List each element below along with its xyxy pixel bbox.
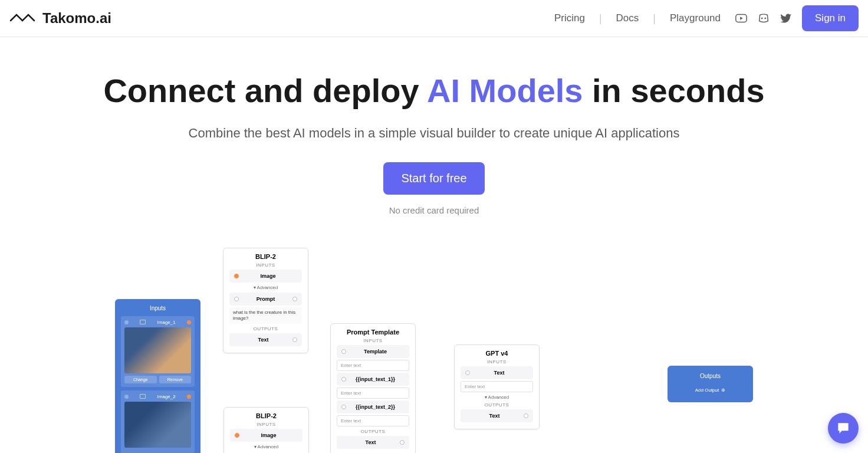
brand-logo[interactable]: Takomo.ai xyxy=(9,10,111,27)
port-dot-in[interactable] xyxy=(234,297,239,301)
inputs-panel[interactable]: Inputs Image_1 Change Remove Image_2 xyxy=(115,299,200,453)
nav-pricing[interactable]: Pricing xyxy=(550,12,590,24)
input-item[interactable]: Image_1 Change Remove xyxy=(121,316,195,387)
start-free-button[interactable]: Start for free xyxy=(383,162,484,195)
nav-separator: | xyxy=(653,12,656,25)
port-dot-in[interactable] xyxy=(341,377,346,382)
port-dot-out[interactable] xyxy=(400,440,405,445)
port-dot-in[interactable] xyxy=(341,349,346,354)
hero-subtitle: Combine the best AI models in a simple v… xyxy=(0,126,868,141)
field-text-out[interactable]: Text xyxy=(461,409,533,422)
node-gpt-v4[interactable]: GPT v4 INPUTS Text Enter text ▾ Advanced… xyxy=(454,344,540,429)
node-blip2-2[interactable]: BLIP-2 INPUTS Image ▾ Advanced OUTPUTS xyxy=(223,407,309,453)
inputs-panel-title: Inputs xyxy=(121,305,195,311)
chat-widget-button[interactable] xyxy=(828,413,859,444)
section-label: OUTPUTS xyxy=(229,326,302,331)
field-text-out[interactable]: Text xyxy=(229,333,302,346)
field-label: Image xyxy=(239,432,298,438)
port-dot xyxy=(124,395,129,399)
port-dot-out[interactable] xyxy=(524,413,528,418)
field-label: Image xyxy=(239,273,297,279)
prompt-textarea[interactable]: what is the the creature in this image? xyxy=(229,307,302,324)
outputs-panel-title: Outputs xyxy=(673,373,747,379)
input-item-name: Image_2 xyxy=(157,394,176,399)
section-label: INPUTS xyxy=(337,338,409,343)
field-label: Prompt xyxy=(239,296,292,302)
field-label: {{input_text_1}} xyxy=(346,376,405,382)
hero-title-post: in seconds xyxy=(583,72,765,109)
nav-separator: | xyxy=(599,12,602,25)
twitter-icon[interactable] xyxy=(780,12,793,25)
field-image[interactable]: Image xyxy=(229,270,302,283)
logo-mark xyxy=(9,12,38,24)
advanced-toggle[interactable]: ▾ Advanced xyxy=(229,285,302,290)
field-input-text-1[interactable]: {{input_text_1}} xyxy=(337,373,409,386)
port-dot-out[interactable] xyxy=(187,320,191,324)
port-dot-out[interactable] xyxy=(187,395,191,399)
main-nav: Pricing | Docs | Playground Sign in xyxy=(550,5,859,31)
hero-title-pre: Connect and deploy xyxy=(103,72,427,109)
nav-playground[interactable]: Playground xyxy=(665,12,725,24)
port-dot-out[interactable] xyxy=(292,337,297,342)
image-thumbnail[interactable] xyxy=(124,327,191,373)
field-label: Text xyxy=(465,413,524,419)
brand-name: Takomo.ai xyxy=(42,10,111,27)
input-item-name: Image_1 xyxy=(157,320,176,325)
field-label: Template xyxy=(346,349,405,354)
field-text-in[interactable]: Text xyxy=(461,366,533,379)
text-input[interactable]: Enter text xyxy=(337,415,409,426)
section-label: INPUTS xyxy=(461,359,533,365)
node-title: BLIP-2 xyxy=(229,253,302,260)
hero-section: Connect and deploy AI Models in seconds … xyxy=(0,37,868,215)
text-input[interactable]: Enter text xyxy=(461,381,533,392)
add-output-label: Add Output xyxy=(695,388,719,393)
field-template[interactable]: Template xyxy=(337,345,409,358)
input-item[interactable]: Image_2 xyxy=(121,390,195,453)
text-input[interactable]: Enter text xyxy=(337,360,409,371)
field-label: Text xyxy=(341,439,400,445)
cta-note: No credit card required xyxy=(0,205,868,215)
plus-icon: ⊕ xyxy=(721,388,725,393)
node-blip2-1[interactable]: BLIP-2 INPUTS Image ▾ Advanced Prompt wh… xyxy=(223,248,308,354)
text-input[interactable]: Enter text xyxy=(337,388,409,399)
hero-title-accent: AI Models xyxy=(427,72,583,109)
signin-button[interactable]: Sign in xyxy=(802,5,859,31)
section-label: INPUTS xyxy=(229,262,302,268)
field-image[interactable]: Image xyxy=(230,429,303,442)
advanced-toggle[interactable]: ▾ Advanced xyxy=(461,395,533,400)
node-prompt-template[interactable]: Prompt Template INPUTS Template Enter te… xyxy=(330,323,416,453)
section-label: OUTPUTS xyxy=(461,402,533,408)
change-button[interactable]: Change xyxy=(124,376,157,383)
header: Takomo.ai Pricing | Docs | Playground Si… xyxy=(0,0,868,37)
image-icon xyxy=(140,394,146,399)
port-dot-in[interactable] xyxy=(235,433,239,438)
port-dot xyxy=(124,320,129,324)
port-dot-in[interactable] xyxy=(465,370,470,375)
port-dot-in[interactable] xyxy=(341,405,346,409)
section-label: INPUTS xyxy=(230,422,303,427)
field-label: Text xyxy=(234,337,292,343)
add-output-button[interactable]: Add Output ⊕ xyxy=(673,388,747,393)
node-title: Prompt Template xyxy=(337,329,409,336)
discord-icon[interactable] xyxy=(757,12,770,25)
hero-title: Connect and deploy AI Models in seconds xyxy=(0,73,868,109)
remove-button[interactable]: Remove xyxy=(159,376,192,383)
node-title: GPT v4 xyxy=(461,350,533,357)
svg-point-1 xyxy=(761,18,763,19)
field-input-text-2[interactable]: {{input_text_2}} xyxy=(337,401,409,413)
info-icon[interactable] xyxy=(292,297,297,301)
youtube-icon[interactable] xyxy=(735,12,748,25)
field-text-out[interactable]: Text xyxy=(337,436,409,449)
section-label: OUTPUTS xyxy=(337,429,409,434)
nav-docs[interactable]: Docs xyxy=(611,12,644,24)
field-prompt[interactable]: Prompt xyxy=(229,293,302,306)
port-dot-in[interactable] xyxy=(234,274,239,278)
image-icon xyxy=(140,320,146,324)
image-thumbnail[interactable] xyxy=(124,402,191,448)
field-label: {{input_text_2}} xyxy=(346,404,405,410)
advanced-toggle[interactable]: ▾ Advanced xyxy=(230,444,303,449)
outputs-panel[interactable]: Outputs Add Output ⊕ xyxy=(668,366,753,402)
builder-canvas: Inputs Image_1 Change Remove Image_2 xyxy=(0,233,868,453)
chat-icon xyxy=(836,421,851,436)
svg-point-2 xyxy=(764,18,766,19)
